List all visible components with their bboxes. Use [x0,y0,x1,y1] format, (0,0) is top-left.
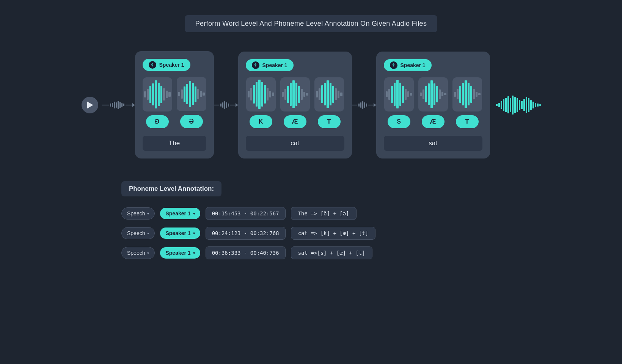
tw [539,104,541,106]
tw [528,98,529,112]
speaker1-label-1: Speaker 1 [165,210,190,217]
wb [258,80,260,109]
wb [195,86,196,102]
wb [298,86,300,103]
lw-bar [116,102,117,108]
phoneme-slot-schwa: Ə [177,77,206,128]
speaker-3-label: Speaker 1 [401,62,426,68]
lw-bar [119,102,121,108]
wb [282,92,284,96]
wb [155,80,157,108]
tw [530,100,532,110]
wb [269,91,271,97]
wb [407,91,409,97]
wb [189,81,191,107]
wb [316,91,318,97]
wb [192,83,194,105]
waveform-box-t1 [314,77,344,111]
wb [332,86,334,103]
phoneme-btn-ae2[interactable]: Æ [422,115,445,128]
tw [503,99,504,111]
annotation-row-2: Speech ▾ Speaker 1 ▾ 00:24:123 - 00:32:7… [121,227,501,240]
speaker1-dropdown-2[interactable]: Speaker 1 ▾ [160,228,200,239]
phoneme-btn-s[interactable]: S [388,115,410,128]
wb [200,91,202,97]
play-button[interactable] [82,97,98,113]
tw [537,104,539,107]
wb-t2 [454,79,481,110]
wb [335,88,337,100]
arrow [132,103,135,107]
timestamp-1: 00:15:453 - 00:22:567 [206,207,286,220]
wb [272,93,274,96]
chevron-icon-2: ▾ [147,231,149,235]
cw [228,104,229,107]
wb [160,86,162,103]
cw [366,104,367,107]
wb [396,80,398,108]
wb [197,89,199,100]
tw [535,103,536,107]
wb [181,89,183,99]
phoneme-btn-schwa[interactable]: Ə [180,115,203,128]
phoneme-slot-ae1: Æ [280,77,310,128]
wb [287,86,289,103]
word-label-sat: sat [384,136,482,151]
phoneme-slot-t2: T [452,77,482,128]
wb [261,82,263,107]
speaker-badge-2[interactable]: 🎙 Speaker 1 [246,59,294,71]
speaker1-dropdown-1[interactable]: Speaker 1 ▾ [160,208,200,219]
wb [163,88,165,101]
speech-dropdown-3[interactable]: Speech ▾ [121,247,155,259]
wb [457,89,459,100]
mic-icon-3: 🎙 [390,61,397,69]
wb [391,86,393,103]
waveform-section: 🎙 Speaker 1 [83,51,539,158]
speaker-2-label: Speaker 1 [262,62,287,68]
wb [405,89,407,100]
phonemes-row-sat: S [384,77,482,128]
chevron-icon-s2: ▾ [193,231,195,235]
speaker-badge-1[interactable]: 🎙 Speaker 1 [143,59,190,71]
wb [184,86,185,102]
phoneme-btn-k[interactable]: K [250,115,272,128]
tw [523,99,525,111]
wb [439,89,441,99]
wb [388,89,390,100]
wb [430,80,432,108]
phoneme-slot-t1: T [314,77,344,128]
wb [256,82,258,107]
play-icon [87,102,93,108]
phoneme-slot-dh: Đ [143,77,172,128]
phoneme-btn-dh[interactable]: Đ [146,115,169,128]
speaker1-dropdown-3[interactable]: Speaker 1 ▾ [160,247,200,259]
word-card-sat: 🎙 Speaker 1 [376,52,490,158]
word-label-the: The [143,136,206,151]
phoneme-btn-t1[interactable]: T [318,115,341,128]
tw [521,101,523,109]
lw-bar [118,101,119,109]
speaker1-label-3: Speaker 1 [165,250,190,256]
speech-dropdown-2[interactable]: Speech ▾ [121,227,155,239]
connector-2-3 [352,101,376,109]
timestamp-3: 00:36:333 - 00:40:736 [206,246,286,259]
wb [340,93,342,96]
wb [327,80,328,108]
wb [306,93,308,96]
speech-label-2: Speech [127,230,145,236]
c-line [230,105,236,105]
wb [478,93,480,96]
arrow [236,103,238,107]
wb [147,89,149,100]
cw [362,101,363,109]
c-line [352,105,357,105]
page-title-bar: Perform Word Level And Phoneme Level Ann… [185,15,437,32]
phoneme-btn-ae1[interactable]: Æ [284,115,306,128]
tw [512,96,514,115]
lw-bar [121,103,123,107]
speaker-badge-3[interactable]: 🎙 Speaker 1 [384,59,432,71]
phoneme-btn-t2[interactable]: T [456,115,479,128]
speaker-1-label: Speaker 1 [159,62,184,68]
speech-dropdown-1[interactable]: Speech ▾ [121,207,155,220]
wb [264,85,266,104]
